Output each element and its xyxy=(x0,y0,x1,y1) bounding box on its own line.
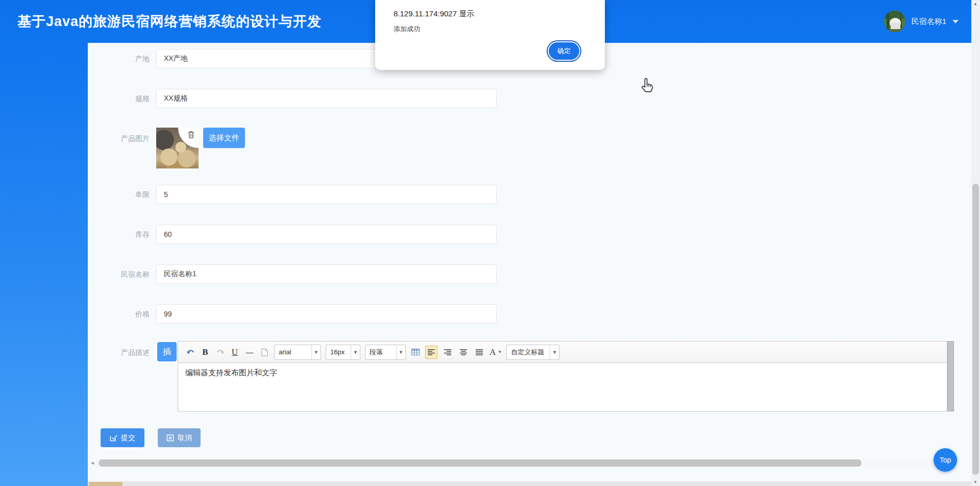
alert-dialog: 8.129.11.174:9027 显示 添加成功 确定 xyxy=(375,0,605,70)
avatar[interactable] xyxy=(884,11,905,32)
price-input[interactable] xyxy=(156,304,497,324)
limit-input[interactable] xyxy=(156,185,497,204)
choose-file-button[interactable]: 选择文件 xyxy=(203,128,245,148)
redo-icon[interactable] xyxy=(215,346,225,359)
app-window: 基于Java的旅游民宿网络营销系统的设计与开发 民宿名称1 xyxy=(0,0,980,486)
editor-toolbar: B U — arial▼ 16px▼ 段落▼ xyxy=(178,341,947,363)
scroll-up-arrow[interactable]: ▲ xyxy=(973,2,977,6)
trash-icon xyxy=(187,130,195,139)
editor-content[interactable]: 编辑器支持发布图片和文字 xyxy=(178,363,947,411)
bottom-edge-band xyxy=(88,481,971,486)
align-left-icon[interactable] xyxy=(425,346,437,359)
bottom-edge-content-peek xyxy=(89,482,122,486)
user-name: 民宿名称1 xyxy=(912,17,946,27)
table-icon[interactable] xyxy=(410,346,421,359)
undo-icon[interactable] xyxy=(185,346,195,359)
chevron-down-icon: ▼ xyxy=(311,345,321,359)
chevron-down-icon: ▼ xyxy=(351,345,360,359)
alert-ok-button[interactable]: 确定 xyxy=(549,42,579,60)
page-title: 基于Java的旅游民宿网络营销系统的设计与开发 xyxy=(17,0,322,43)
submit-button[interactable]: 提交 xyxy=(101,428,144,447)
editor-insert-tab[interactable]: 插 xyxy=(157,342,177,361)
mouse-cursor-icon xyxy=(640,77,655,96)
scroll-down-arrow[interactable]: ▼ xyxy=(973,480,977,484)
cancel-button[interactable]: 取消 xyxy=(158,428,201,447)
user-menu[interactable]: 民宿名称1 xyxy=(884,0,959,43)
chevron-down-icon[interactable] xyxy=(952,20,959,23)
alert-dialog-message: 添加成功 xyxy=(394,25,420,34)
alert-dialog-source: 8.129.11.174:9027 显示 xyxy=(394,9,474,19)
product-image-thumbnail xyxy=(156,128,199,168)
font-family-select[interactable]: arial▼ xyxy=(274,345,321,360)
editor-scrollbar[interactable] xyxy=(947,341,954,411)
chevron-down-icon: ▼ xyxy=(550,345,559,359)
align-justify-icon[interactable] xyxy=(474,346,485,359)
new-document-icon[interactable] xyxy=(259,346,270,359)
chevron-down-icon: ▼ xyxy=(396,345,405,359)
back-to-top-button[interactable]: Top xyxy=(934,448,957,472)
horizontal-scrollbar[interactable] xyxy=(97,458,947,468)
font-color-icon[interactable]: A▼ xyxy=(489,346,502,359)
cancel-cross-icon xyxy=(166,434,174,442)
vertical-scrollbar-thumb[interactable] xyxy=(972,184,979,475)
hscroll-left-arrow[interactable]: ◄ xyxy=(90,460,95,466)
custom-heading-select[interactable]: 自定义标题▼ xyxy=(506,345,559,360)
sidebar xyxy=(0,43,88,486)
avatar-image xyxy=(884,11,905,32)
stock-input[interactable] xyxy=(156,225,497,244)
underline-icon[interactable]: U xyxy=(230,346,240,359)
paragraph-format-select[interactable]: 段落▼ xyxy=(365,345,406,360)
submit-check-icon xyxy=(110,434,117,442)
bold-icon[interactable]: B xyxy=(200,346,210,359)
spec-input[interactable] xyxy=(156,89,497,108)
vertical-scrollbar[interactable]: ▲ ▼ xyxy=(971,0,980,486)
horizontal-scrollbar-thumb[interactable] xyxy=(99,459,862,467)
delete-image-button[interactable] xyxy=(178,128,199,148)
font-size-select[interactable]: 16px▼ xyxy=(326,345,360,360)
align-right-icon[interactable] xyxy=(442,346,453,359)
horizontal-rule-icon[interactable]: — xyxy=(244,346,255,359)
align-center-icon[interactable] xyxy=(458,346,469,359)
homestay-name-input[interactable] xyxy=(156,264,497,284)
